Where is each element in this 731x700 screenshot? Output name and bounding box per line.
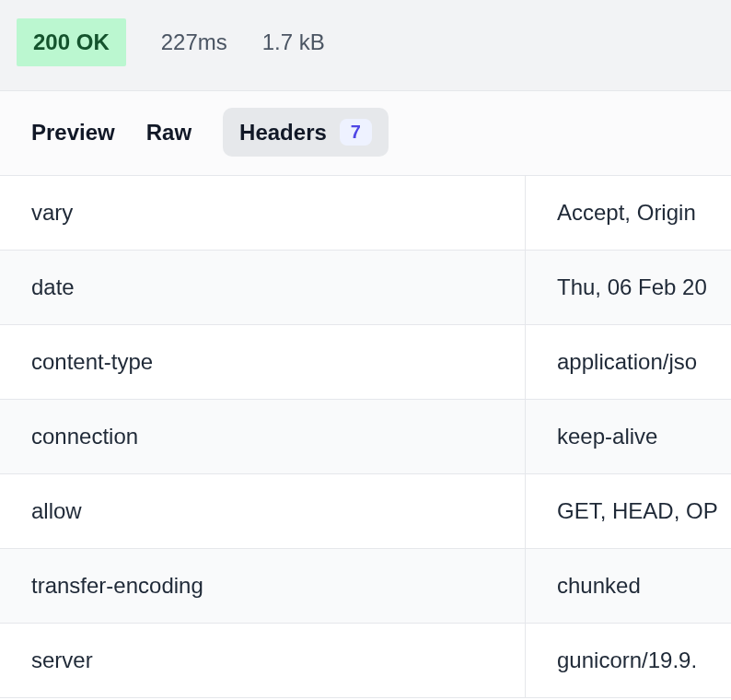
tab-headers[interactable]: Headers 7 — [223, 108, 389, 157]
header-key: server — [0, 624, 526, 697]
header-key: vary — [0, 176, 526, 250]
header-key: date — [0, 251, 526, 324]
headers-table: vary Accept, Origin date Thu, 06 Feb 20 … — [0, 176, 731, 698]
header-key: content-type — [0, 325, 526, 399]
tab-raw[interactable]: Raw — [146, 120, 191, 146]
header-value: Thu, 06 Feb 20 — [526, 251, 731, 324]
status-bar: 200 OK 227ms 1.7 kB — [0, 0, 731, 90]
table-row: allow GET, HEAD, OP — [0, 474, 731, 549]
tab-label: Raw — [146, 120, 191, 146]
tab-label: Headers — [239, 120, 327, 146]
tab-label: Preview — [31, 120, 115, 146]
status-badge: 200 OK — [17, 18, 126, 66]
header-key: transfer-encoding — [0, 549, 526, 623]
header-value: keep-alive — [526, 400, 731, 473]
tab-preview[interactable]: Preview — [31, 120, 115, 146]
table-row: content-type application/jso — [0, 325, 731, 400]
header-value: Accept, Origin — [526, 176, 731, 250]
table-row: transfer-encoding chunked — [0, 549, 731, 624]
table-row: date Thu, 06 Feb 20 — [0, 251, 731, 325]
header-key: allow — [0, 474, 526, 548]
table-row: vary Accept, Origin — [0, 176, 731, 251]
tabs-bar: Preview Raw Headers 7 — [0, 90, 731, 176]
header-value: application/jso — [526, 325, 731, 399]
header-value: chunked — [526, 549, 731, 623]
table-row: server gunicorn/19.9. — [0, 624, 731, 698]
header-key: connection — [0, 400, 526, 473]
table-row: connection keep-alive — [0, 400, 731, 474]
tab-count-badge: 7 — [340, 119, 372, 146]
response-size: 1.7 kB — [262, 29, 325, 55]
response-time: 227ms — [161, 29, 227, 55]
header-value: gunicorn/19.9. — [526, 624, 731, 697]
header-value: GET, HEAD, OP — [526, 474, 731, 548]
